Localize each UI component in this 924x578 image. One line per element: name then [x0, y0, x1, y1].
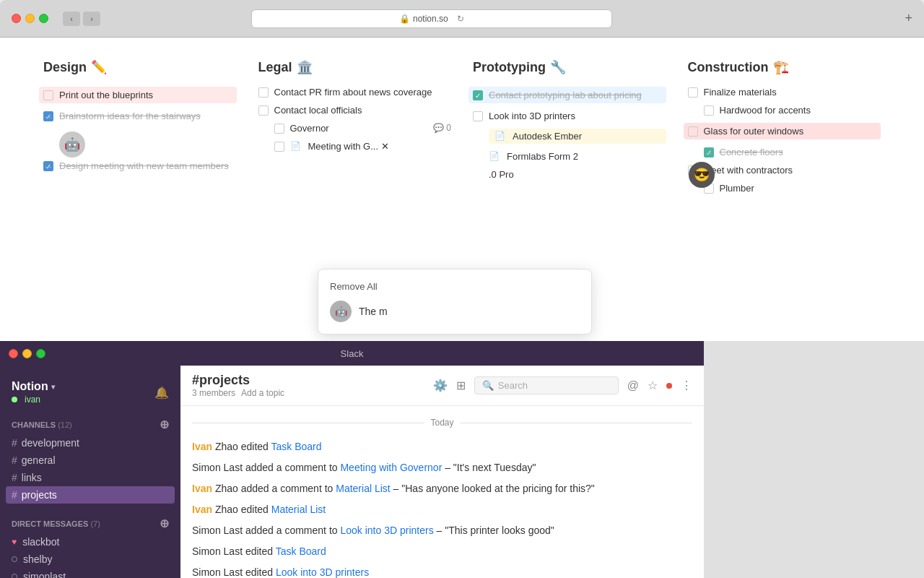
- msg-3-highlight: Ivan: [192, 483, 212, 494]
- heart-icon-slackbot: ♥: [12, 537, 17, 547]
- task-design-1[interactable]: Print out the blueprints: [39, 87, 237, 103]
- sidebar-item-projects[interactable]: # projects: [6, 486, 175, 504]
- sidebar-item-development[interactable]: # development: [0, 434, 180, 452]
- task-design-2[interactable]: ✓ Brainstorm ideas for the stairways: [43, 111, 237, 121]
- task-const-6[interactable]: Plumber: [704, 183, 881, 194]
- msg-7-link[interactable]: Look into 3D printers: [276, 566, 369, 578]
- task-const-4[interactable]: ✓ Concrete floors: [704, 147, 881, 158]
- workspace-status: ivan: [23, 394, 40, 405]
- msg-4-link[interactable]: Material List: [271, 504, 326, 515]
- add-dm-button[interactable]: ⊕: [160, 517, 169, 530]
- msg-6-prefix: Simon Last edited: [192, 545, 276, 557]
- checkbox-design-2[interactable]: ✓: [43, 111, 53, 121]
- checkbox-const-1[interactable]: [688, 87, 698, 98]
- channels-label: CHANNELS (12): [12, 420, 72, 429]
- task-design-3[interactable]: ✓ Design meeting with new team members: [43, 160, 237, 171]
- slack-main: #projects 3 members Add a topic ⚙️ ⊞ 🔍: [180, 366, 704, 578]
- sidebar-item-general[interactable]: # general: [0, 452, 180, 469]
- task-proto-4[interactable]: 📄 Formlabs Form 2: [489, 151, 666, 162]
- slack-fullscreen-button[interactable]: [36, 349, 45, 358]
- address-bar[interactable]: 🔒 notion.so ↻: [251, 9, 612, 28]
- checkbox-legal-2[interactable]: [258, 105, 269, 116]
- workspace-name[interactable]: Notion ▾: [12, 380, 55, 393]
- msg-2-link[interactable]: Meeting with Governor: [340, 462, 442, 473]
- popup-input-row: 🤖: [330, 301, 580, 322]
- workspace-header: Notion ▾ ivan 🔔: [0, 374, 180, 413]
- close-button[interactable]: [12, 14, 21, 23]
- dm-simonlast[interactable]: simonlast: [0, 568, 180, 578]
- task-proto-1[interactable]: ✓ Contact prototyping lab about pricing: [468, 87, 666, 103]
- task-const-2[interactable]: Hardwood for accents: [704, 105, 881, 116]
- popup-overlay: Remove All 🤖: [318, 269, 592, 335]
- channel-meta: 3 members Add a topic: [192, 388, 284, 398]
- new-tab-button[interactable]: +: [905, 11, 912, 26]
- doc-icon-proto3: 📄: [494, 131, 505, 141]
- message-3: Ivan Zhao added a comment to Material Li…: [192, 481, 692, 496]
- task-proto-3[interactable]: 📄 Autodesk Ember: [489, 129, 666, 144]
- task-legal-4[interactable]: 📄 Meeting with G... ✕: [274, 141, 452, 152]
- checkbox-proto-2[interactable]: [473, 111, 483, 121]
- workspace-chevron: ▾: [51, 383, 55, 391]
- checkbox-design-3[interactable]: ✓: [43, 161, 53, 171]
- checkbox-const-2[interactable]: [704, 105, 714, 116]
- checkbox-const-4[interactable]: ✓: [704, 147, 714, 158]
- bell-icon[interactable]: 🔔: [154, 386, 169, 400]
- checkbox-design-1[interactable]: [43, 90, 53, 100]
- checkbox-legal-3[interactable]: [274, 124, 284, 134]
- right-gray-area: [704, 341, 924, 578]
- forward-button[interactable]: ›: [83, 12, 100, 26]
- slack-app-title: Slack: [341, 348, 364, 359]
- construction-emoji: 🏗️: [773, 59, 789, 75]
- add-topic[interactable]: Add a topic: [241, 388, 284, 398]
- star-icon[interactable]: ☆: [648, 379, 658, 392]
- msg-1-link[interactable]: Task Board: [271, 441, 322, 452]
- slack-close-button[interactable]: [9, 349, 18, 358]
- design-emoji: ✏️: [91, 59, 107, 75]
- msg-5-prefix: Simon Last added a comment to: [192, 525, 340, 536]
- task-legal-3[interactable]: Governor 💬 0: [274, 123, 452, 134]
- message-7: Simon Last edited Look into 3D printers: [192, 565, 692, 578]
- task-const-1[interactable]: Finalize materials: [688, 87, 881, 98]
- task-proto-5[interactable]: .0 Pro: [489, 169, 666, 180]
- checkbox-const-3[interactable]: [688, 126, 698, 137]
- channel-projects-label: projects: [22, 489, 57, 501]
- dm-slackbot[interactable]: ♥ slackbot: [0, 533, 180, 551]
- dm-slackbot-label: slackbot: [22, 536, 59, 548]
- search-placeholder: Search: [498, 380, 528, 391]
- task-legal-1-text: Contact PR firm about news coverage: [274, 87, 432, 98]
- dm-section-header: DIRECT MESSAGES (7) ⊕: [0, 512, 180, 533]
- task-const-5[interactable]: Meet with contractors: [688, 165, 881, 176]
- minimize-button[interactable]: [25, 14, 35, 23]
- date-divider: Today: [192, 418, 692, 428]
- task-legal-1[interactable]: Contact PR firm about news coverage: [258, 87, 452, 98]
- slack-minimize-button[interactable]: [22, 349, 32, 358]
- fullscreen-button[interactable]: [39, 14, 48, 23]
- at-icon[interactable]: @: [627, 379, 639, 392]
- msg-3-link[interactable]: Material List: [336, 483, 390, 494]
- checkbox-proto-1[interactable]: ✓: [473, 90, 483, 100]
- msg-6-link[interactable]: Task Board: [276, 545, 326, 557]
- search-box[interactable]: 🔍 Search: [474, 376, 619, 394]
- message-4: Ivan Zhao edited Material List: [192, 502, 692, 517]
- task-legal-2[interactable]: Contact local officials: [258, 105, 452, 116]
- task-const-4-text: Concrete floors: [720, 147, 783, 158]
- hash-icon-general: #: [12, 454, 17, 466]
- hash-icon-projects: #: [12, 489, 17, 501]
- popup-remove-all[interactable]: Remove All: [330, 281, 580, 292]
- add-channel-button[interactable]: ⊕: [160, 418, 169, 431]
- back-button[interactable]: ‹: [63, 12, 80, 26]
- sidebar-item-links[interactable]: # links: [0, 469, 180, 486]
- more-icon[interactable]: ⋮: [681, 379, 692, 392]
- msg-5-link[interactable]: Look into 3D printers: [340, 525, 433, 536]
- task-proto-2[interactable]: Look into 3D printers: [473, 111, 666, 121]
- status-dot: [12, 397, 17, 402]
- refresh-icon[interactable]: ↻: [457, 14, 464, 24]
- dm-shelby[interactable]: shelby: [0, 551, 180, 568]
- popup-input[interactable]: [359, 306, 580, 317]
- checkbox-legal-4[interactable]: [274, 142, 284, 152]
- settings-icon[interactable]: ⚙️: [433, 379, 448, 392]
- task-const-3[interactable]: Glass for outer windows: [684, 123, 881, 139]
- checkbox-legal-1[interactable]: [258, 87, 269, 98]
- grid-icon[interactable]: ⊞: [456, 379, 466, 392]
- comment-count: 💬 0: [433, 123, 451, 133]
